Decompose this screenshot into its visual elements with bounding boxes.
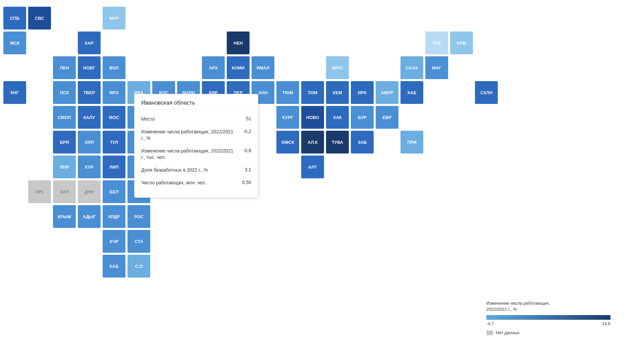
region-cell-chuk[interactable]: ЧУК [425,32,448,54]
region-cell-mag[interactable]: МАГ [425,56,448,79]
region-cell-novg[interactable]: НОВГ [78,56,101,79]
tooltip-row-label: Число работающих, млн. чел. [141,180,242,186]
region-cell-krdr[interactable]: КРДР [103,205,125,228]
legend-gradient-bar [486,315,610,320]
region-cell-smol[interactable]: СМОЛ [53,106,76,129]
region-cell-kng[interactable]: КНГ [3,81,26,104]
region-cell-mos[interactable]: МОС [103,106,125,129]
region-cell-brya[interactable]: БРЯ [53,131,76,154]
tooltip-row: Доля безработных в 2022 г., % 3,1 [141,167,251,174]
region-cell-komi[interactable]: КОМИ [227,56,250,79]
region-cell-krym[interactable]: КРЫМ [53,205,76,228]
region-cell-amur[interactable]: АМУР [376,81,398,104]
region-cell-saha[interactable]: САХА [400,56,423,79]
tooltip-row-value: -0,8 [243,148,251,153]
region-cell-spb[interactable]: СПБ [3,7,26,29]
region-cell-kem[interactable]: КЕМ [326,81,349,104]
region-cell-yamal[interactable]: ЯМАЛ [252,56,274,79]
region-cell-kur[interactable]: КУР [78,156,101,178]
region-cell-lip[interactable]: ЛИП [103,156,125,178]
region-cell-hab[interactable]: ХАБ [400,81,423,104]
region-cell-hak[interactable]: ХАК [326,106,349,129]
tooltip-row-value: 0,50 [242,180,251,185]
legend-nodata-box [486,330,493,335]
legend-nodata-row: Нет данных [486,330,610,335]
tooltip-row: Число работающих, млн. чел. 0,50 [141,180,251,186]
region-cell-kar[interactable]: КАР [78,32,101,54]
region-cell-sta[interactable]: СТА [127,230,150,253]
region-cell-zap[interactable]: ЗАП [53,180,76,203]
region-cell-sev[interactable]: С.О [127,255,150,278]
legend-scale-labels: -4,7 14,6 [486,321,610,326]
region-cell-tul[interactable]: ТУЛ [103,131,125,154]
legend-min-label: -4,7 [486,321,494,326]
region-cell-dnr[interactable]: ДНР [78,180,101,203]
legend-title: Изменение числа работающих, 2022/2021 г.… [486,300,610,312]
region-cell-mur[interactable]: МУР [103,7,125,29]
region-cell-pri[interactable]: ПРИ [400,131,423,154]
tooltip-row-label: Изменение числа работающих, 2022/2021 г.… [141,148,243,161]
tooltip-row-label: Место [141,116,246,123]
region-cell-tver[interactable]: ТВЕР [78,81,101,104]
tooltip-row-value: 51 [246,116,251,121]
region-cell-kab[interactable]: КАБ [103,255,125,278]
region-cell-nen[interactable]: НЕН [227,32,250,54]
region-cell-len[interactable]: ЛЕН [53,56,76,79]
region-cell-kchr[interactable]: КЧР [103,230,125,253]
region-cell-adyg[interactable]: АДЫГ [78,205,101,228]
map-container: СПБСВСМУРМСККАРНЕНЧУККАМЛЕННОВГВОЛАРХКОМ… [0,0,644,362]
region-cell-tom[interactable]: ТОМ [301,81,324,104]
region-cell-arh[interactable]: АРХ [202,56,225,79]
legend-max-label: 14,6 [602,321,610,326]
region-cell-alt[interactable]: АЛТ [301,156,324,178]
region-cell-irk[interactable]: ИРК [351,81,374,104]
region-cell-hrs[interactable]: ХРС [28,180,51,203]
region-cell-bel[interactable]: БЕЛ [103,180,125,203]
region-cell-bur[interactable]: БУР [351,106,374,129]
region-tooltip: Ивановская область Место 51 Изменение чи… [134,94,258,198]
region-cell-alk[interactable]: АЛ.К [301,131,324,154]
region-cell-sahl[interactable]: СХЛН [475,81,498,104]
tooltip-row-label: Изменение числа работающих, 2022/2021 г.… [141,129,243,142]
region-cell-ros[interactable]: РОС [127,205,150,228]
region-cell-tuva[interactable]: ТУВА [326,131,349,154]
region-cell-zab[interactable]: ЗАБ [351,131,374,154]
tooltip-row: Изменение числа работающих, 2022/2021 г.… [141,129,251,142]
region-cell-lnr[interactable]: ЛНР [53,156,76,178]
legend-nodata-label: Нет данных [496,330,520,335]
tooltip-row: Место 51 [141,116,251,123]
region-cell-psk[interactable]: ПСК [53,81,76,104]
legend: Изменение числа работающих, 2022/2021 г.… [486,300,610,335]
region-cell-orl[interactable]: ОРЛ [78,131,101,154]
region-cell-svs[interactable]: СВС [28,7,51,29]
region-cell-novo[interactable]: НОВО [301,106,324,129]
region-cell-kalu[interactable]: КАЛУ [78,106,101,129]
region-cell-evr[interactable]: ЕВР [376,106,398,129]
region-cell-kurg[interactable]: КУРГ [276,106,299,129]
region-cell-yaro[interactable]: ЯРО [103,81,125,104]
tooltip-title: Ивановская область [141,100,251,110]
region-cell-tyum[interactable]: ТЮМ [276,81,299,104]
tooltip-row: Изменение числа работающих, 2022/2021 г.… [141,148,251,161]
region-cell-kam[interactable]: КАМ [450,32,473,54]
region-cell-msk[interactable]: МСК [3,32,26,54]
region-cell-omsk[interactable]: ОМСК [276,131,299,154]
region-cell-vol[interactable]: ВОЛ [103,56,125,79]
tooltip-row-value: -0,2 [243,129,251,134]
tooltip-row-label: Доля безработных в 2022 г., % [141,167,245,174]
tooltip-row-value: 3,1 [245,167,251,172]
region-cell-kras2[interactable]: КРАС [326,56,349,79]
